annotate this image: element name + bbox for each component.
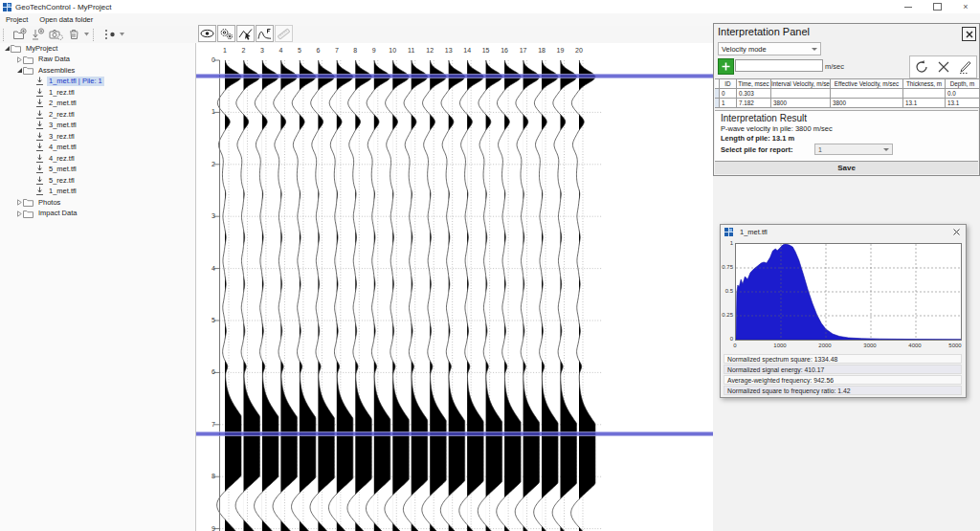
interpretation-panel: Interpretation Panel Velocity mode m/sec [713, 23, 980, 176]
eye-icon [200, 28, 214, 39]
layers-table[interactable]: IDTime, msecInterval Velocity, m/secEffe… [715, 78, 980, 108]
points-list-icon [103, 28, 117, 41]
tree-item-label: 1_met.tfl [47, 187, 78, 196]
tree-item-impact-data[interactable]: Impact Data [0, 209, 195, 220]
tree-item-photos[interactable]: Photos [0, 197, 195, 209]
folder-icon [23, 198, 33, 207]
measure-button[interactable] [275, 25, 293, 42]
app-icon [3, 3, 11, 11]
tree-item-label: Photos [36, 198, 62, 208]
velocity-unit-label: m/sec [825, 62, 844, 71]
trace-number: 6 [310, 47, 325, 54]
folder-icon [23, 66, 33, 75]
toolbar-drag-handle[interactable] [3, 29, 7, 41]
settings-button[interactable] [217, 25, 235, 42]
spectrum-button[interactable] [256, 25, 274, 42]
camera-settings-button[interactable] [47, 27, 65, 42]
expand-arrow-icon[interactable] [15, 210, 23, 217]
add-probe-button[interactable] [29, 27, 47, 42]
panel-title: Interpretation Panel [714, 24, 979, 37]
velocity-input[interactable] [735, 59, 823, 72]
table-row[interactable]: 00.3030.0 [715, 89, 980, 99]
tree-item-4-met-tfl[interactable]: 4_met.tfl [0, 143, 195, 154]
refresh-button[interactable] [910, 57, 932, 77]
close-icon [966, 31, 973, 38]
collapse-arrow-icon[interactable] [15, 67, 23, 74]
toolbar-dropdown-icon[interactable] [83, 33, 90, 36]
tree-item-label: 3_met.tfl [47, 121, 78, 130]
tree-item-1-met-tfl[interactable]: 1_met.tfl [0, 187, 195, 198]
table-row[interactable]: 17.1823800380013.113.1 [715, 99, 980, 108]
sensor-file-icon [35, 176, 44, 186]
expand-arrow-icon[interactable] [15, 56, 23, 63]
tree-item-4-rez-tfl[interactable]: 4_rez.tfl [0, 153, 195, 165]
time-pick-line[interactable] [196, 74, 713, 78]
table-cell: 0.303 [737, 89, 771, 99]
pick-tool-button[interactable] [236, 25, 255, 42]
camera-gear-icon [49, 28, 63, 41]
toolbar-dropdown-icon[interactable] [119, 33, 125, 36]
sensor-file-icon [35, 143, 44, 152]
tree-item-2-met-tfl[interactable]: 2_met.tfl [0, 99, 195, 110]
spectrum-x-tick: 4000 [905, 343, 924, 348]
time-axis-label: 1 [196, 108, 215, 115]
tree-item-raw-data[interactable]: Raw Data [0, 55, 195, 66]
toolbar-separator [93, 29, 97, 41]
tree-item-label: 2_rez.tfl [47, 110, 77, 120]
window-controls: × [894, 0, 980, 13]
trace-number: 12 [422, 47, 437, 54]
maximize-button[interactable] [923, 0, 951, 13]
close-button[interactable]: × [951, 0, 980, 13]
tree-item-3-rez-tfl[interactable]: 3_rez.tfl [0, 131, 195, 143]
collapse-arrow-icon[interactable] [3, 45, 11, 52]
spectrum-x-tick: 1000 [770, 343, 790, 348]
save-button[interactable]: Save [715, 161, 978, 174]
minimize-button[interactable] [894, 0, 923, 13]
spectrum-x-tick: 2000 [815, 343, 835, 348]
column-header: ID [720, 79, 737, 89]
trace-number: 11 [404, 47, 419, 54]
delete-button[interactable] [65, 27, 83, 42]
tree-item-myproject[interactable]: MyProject [0, 43, 195, 55]
wiggle-trace-canvas[interactable] [196, 43, 713, 531]
mode-select[interactable]: Velocity mode [718, 42, 821, 55]
trace-number: 7 [329, 47, 345, 54]
tree-item-assemblies[interactable]: Assemblies [0, 65, 195, 77]
time-axis-label: 0 [196, 56, 215, 63]
chevron-down-icon [883, 148, 889, 151]
expand-arrow-icon[interactable] [15, 199, 23, 206]
spectrum-icon [257, 28, 272, 40]
tree-item-1-rez-tfl[interactable]: 1_rez.tfl [0, 87, 195, 99]
new-project-button[interactable] [11, 27, 29, 42]
points-list-button[interactable] [100, 27, 119, 42]
tree-item-3-met-tfl[interactable]: 3_met.tfl [0, 121, 195, 132]
pile-length-line: Length of pile: 13.1 m [721, 134, 978, 143]
tree-item-5-rez-tfl[interactable]: 5_rez.tfl [0, 175, 195, 187]
waveform-viewer[interactable]: 1234567891011121314151617181920012345678… [196, 43, 713, 531]
time-axis-label: 5 [196, 317, 215, 323]
add-layer-button[interactable] [718, 58, 734, 75]
edit-picks-button[interactable] [954, 57, 976, 77]
trace-number: 8 [347, 47, 363, 54]
clear-picks-button[interactable] [932, 57, 954, 77]
tree-item-label: Impact Data [36, 209, 78, 218]
report-pile-select[interactable]: 1 [814, 144, 893, 155]
time-pick-line[interactable] [196, 431, 713, 436]
visibility-button[interactable] [198, 25, 216, 42]
tree-item-label: 5_met.tfl [47, 165, 78, 174]
trace-number: 14 [459, 47, 475, 54]
tree-item-1-met-tfl-pile-1[interactable]: 1_met.tfl | Pile: 1 [0, 77, 195, 88]
menu-item-open-data-folder[interactable]: Open data folder [33, 13, 99, 26]
report-pile-label: Select pile for report: [721, 145, 792, 154]
sensor-file-icon [35, 77, 44, 86]
table-cell [831, 89, 903, 99]
plus-icon [722, 62, 730, 71]
spectrum-close-button[interactable] [950, 228, 962, 237]
spectrum-window-titlebar[interactable]: 1_met.tfl [721, 225, 966, 239]
tree-item-5-met-tfl[interactable]: 5_met.tfl [0, 165, 195, 176]
menu-item-project[interactable]: Project [0, 13, 33, 26]
spectrum-chart [735, 243, 962, 341]
titlebar: GeoTechControl - MyProject × [0, 0, 980, 14]
panel-close-button[interactable] [962, 27, 976, 41]
tree-item-2-rez-tfl[interactable]: 2_rez.tfl [0, 109, 195, 121]
